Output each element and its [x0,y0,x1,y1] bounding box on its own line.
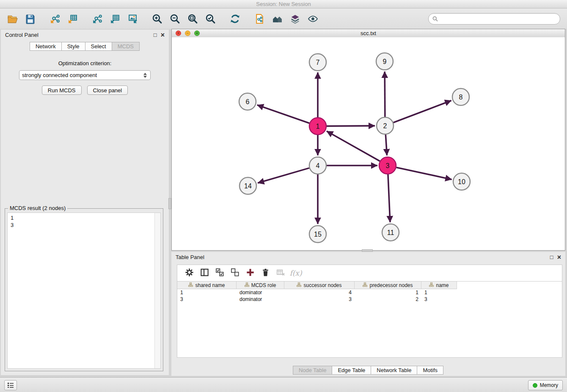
export-network-button[interactable] [88,10,106,27]
column-type-icon [363,282,367,288]
mcds-buttons-row: Run MCDS Close panel [1,86,169,95]
edge-3-10[interactable] [396,167,452,179]
mcds-result-scrollbar[interactable] [154,213,160,368]
show-hide-graphics-icon [308,14,318,24]
edge-1-6[interactable] [257,105,310,123]
search-input[interactable] [440,15,556,22]
table-cell[interactable]: 3 [177,296,237,303]
edge-2-3[interactable] [385,135,387,155]
import-network-button[interactable] [46,10,63,27]
edge-2-8[interactable] [394,101,451,123]
tab-network[interactable]: Network [30,42,62,51]
unselect-all-rows-button[interactable] [228,267,242,279]
network-canvas[interactable]: 7968124314101511 [172,37,565,250]
table-cell[interactable]: dominator [237,296,284,303]
maximize-window-icon[interactable]: + [194,30,200,36]
mcds-result-item[interactable]: 1 [8,214,160,221]
edge-4-14[interactable] [258,168,309,183]
window-titlebar: Session: New Session [0,0,567,8]
tab-edge-table[interactable]: Edge Table [332,366,371,375]
minimize-window-icon[interactable]: − [185,30,190,36]
add-row-button[interactable] [243,267,257,279]
table-row[interactable]: 3dominator323 [177,296,562,303]
column-header-shared-name[interactable]: shared name [177,282,237,289]
graphics-details-button[interactable] [286,10,304,27]
tab-mcds[interactable]: MCDS [112,42,140,51]
memory-label: Memory [540,382,558,388]
open-session-button[interactable] [3,10,21,27]
node-table-container: f(x) shared name MCDS role successor nod… [177,265,562,358]
column-header-label: MCDS role [251,282,276,288]
network-canvas-svg[interactable]: 7968124314101511 [172,37,565,250]
table-cell[interactable]: 1 [355,289,421,296]
zoom-out-button[interactable] [166,10,184,27]
vertical-splitter-handle[interactable] [168,198,171,209]
select-all-rows-button[interactable] [213,267,226,279]
control-panel: Control Panel □ × NetworkStyleSelectMCDS… [1,30,169,375]
table-cell[interactable]: 1 [421,289,457,296]
dropdown-selected-value: strongly connected component [22,72,143,78]
graph-node-label-4: 4 [316,162,320,169]
table-settings-button[interactable] [182,267,196,279]
delete-columns-icon [276,268,286,279]
tab-style[interactable]: Style [61,42,85,51]
show-columns-button[interactable] [198,267,211,279]
run-mcds-button[interactable]: Run MCDS [42,86,82,95]
save-session-button[interactable] [21,10,39,27]
table-cell[interactable]: 2 [355,296,421,303]
delete-rows-button[interactable] [259,267,272,279]
export-image-button[interactable] [124,10,141,27]
table-cell[interactable]: 3 [284,296,355,303]
close-panel-button[interactable]: Close panel [87,86,128,95]
tab-select[interactable]: Select [85,42,112,51]
search-icon [432,16,438,22]
memory-button[interactable]: Memory [528,380,563,390]
task-history-button[interactable] [4,380,17,390]
column-header-mcds-role[interactable]: MCDS role [237,282,284,289]
network-overview-icon [272,14,283,24]
search-box[interactable] [428,13,560,25]
status-bar: Memory [0,377,567,392]
edge-2-9[interactable] [385,72,385,117]
table-cell[interactable]: dominator [237,289,284,296]
float-panel-icon[interactable]: □ [154,32,157,38]
window-controls: × − + [176,30,200,36]
optimization-criterion-dropdown[interactable]: strongly connected component [19,70,151,80]
tab-node-table[interactable]: Node Table [293,366,333,375]
edge-1-2[interactable] [327,126,375,126]
graphics-details-icon [290,14,300,24]
tab-network-table[interactable]: Network Table [371,366,417,375]
table-cell[interactable]: 1 [177,289,237,296]
edge-3-1[interactable] [327,131,380,161]
network-overview-button[interactable] [268,10,286,27]
column-header-predecessor-nodes[interactable]: predecessor nodes [355,282,421,289]
zoom-in-button[interactable] [148,10,166,27]
zoom-in-icon [152,14,162,24]
zoom-selected-button[interactable] [201,10,219,27]
column-header-name[interactable]: name [421,282,457,289]
column-type-icon [188,282,193,288]
table-cell[interactable]: 4 [284,289,355,296]
delete-rows-icon [261,268,270,279]
tab-motifs[interactable]: Motifs [417,366,443,375]
apply-layout-button[interactable] [226,10,244,27]
float-table-panel-icon[interactable]: □ [550,254,553,260]
mcds-result-box: 13 [7,213,161,369]
graph-node-label-11: 11 [387,229,394,236]
table-row[interactable]: 1dominator411 [177,289,562,296]
zoom-fit-button[interactable] [184,10,201,27]
close-panel-icon[interactable]: × [161,32,165,38]
column-header-successor-nodes[interactable]: successor nodes [284,282,355,289]
mcds-result-group: MCDS result (2 nodes) 13 [5,208,163,371]
table-cell[interactable]: 3 [421,296,457,303]
show-hide-graphics-button[interactable] [304,10,322,27]
close-window-icon[interactable]: × [176,30,181,36]
network-view-window: × − + scc.txt 7968124314101511 [171,29,565,251]
mcds-result-item[interactable]: 3 [8,221,160,229]
close-table-panel-icon[interactable]: × [557,254,561,260]
first-neighbors-button[interactable] [250,10,268,27]
table-panel-tabs: Node TableEdge TableNetwork TableMotifs [171,366,565,375]
import-table-button[interactable] [63,10,81,27]
export-table-button[interactable] [106,10,124,27]
edge-3-11[interactable] [388,174,390,222]
